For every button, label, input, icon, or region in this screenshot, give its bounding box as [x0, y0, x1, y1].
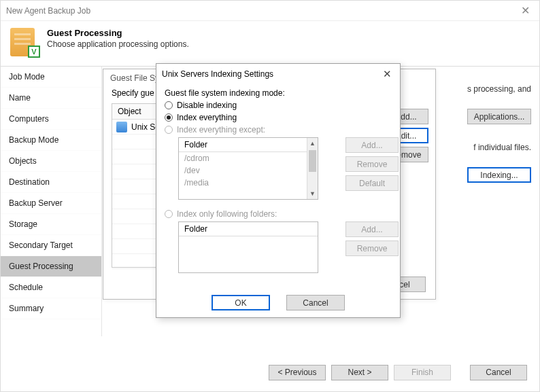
- radio-label: Disable indexing: [177, 101, 237, 110]
- description-fragment-2: f individual files.: [473, 143, 531, 152]
- cancel-button[interactable]: Cancel: [470, 365, 527, 380]
- close-icon[interactable]: ✕: [380, 68, 394, 80]
- radio-icon: [165, 101, 173, 109]
- sidebar-item-label: Summary: [9, 304, 44, 313]
- close-icon[interactable]: ✕: [517, 4, 534, 17]
- sidebar: Job Mode Name Computers Backup Mode Obje…: [1, 66, 101, 336]
- titlebar: New Agent Backup Job ✕: [1, 1, 539, 21]
- sidebar-item-name[interactable]: Name: [1, 88, 101, 109]
- scroll-down-icon[interactable]: ▼: [307, 188, 318, 199]
- sidebar-item-computers[interactable]: Computers: [1, 109, 101, 130]
- modal-cancel-button[interactable]: Cancel: [286, 295, 345, 310]
- modal-title: Unix Servers Indexing Settings: [162, 69, 380, 79]
- sidebar-item-objects[interactable]: Objects: [1, 151, 101, 172]
- header: V Guest Processing Choose application pr…: [1, 21, 539, 66]
- sidebar-item-label: Objects: [9, 156, 37, 166]
- next-button[interactable]: Next >: [331, 365, 388, 380]
- radio-index-except[interactable]: Index everything except:: [165, 125, 392, 135]
- list-item[interactable]: /media: [179, 177, 318, 189]
- indexing-settings-dialog: Unix Servers Indexing Settings ✕ Guest f…: [156, 63, 401, 318]
- badge-icon: V: [28, 46, 40, 58]
- applications-button[interactable]: Applications...: [467, 109, 531, 124]
- radio-label: Index only following folders:: [177, 209, 277, 219]
- only-remove-button: Remove: [345, 240, 399, 256]
- wizard-icon: V: [10, 28, 39, 56]
- sidebar-item-backup-server[interactable]: Backup Server: [1, 193, 101, 214]
- sidebar-item-label: Secondary Target: [9, 240, 73, 250]
- radio-index-only[interactable]: Index only following folders:: [165, 209, 392, 219]
- sidebar-item-label: Job Mode: [9, 72, 45, 82]
- sidebar-item-schedule[interactable]: Schedule: [1, 277, 101, 298]
- page-title: Guest Processing: [47, 28, 189, 38]
- finish-button: Finish: [394, 365, 451, 380]
- radio-icon: [165, 113, 173, 122]
- radio-label: Index everything except:: [177, 125, 265, 135]
- radio-icon: [165, 210, 173, 218]
- indexing-button[interactable]: Indexing...: [467, 167, 531, 183]
- only-folder-list: Folder: [178, 221, 318, 273]
- list-item[interactable]: /dev: [179, 164, 318, 177]
- list-header-folder[interactable]: Folder: [179, 222, 318, 236]
- scroll-thumb[interactable]: [309, 150, 316, 172]
- sidebar-item-destination[interactable]: Destination: [1, 172, 101, 193]
- except-folder-list: Folder /cdrom /dev /media ▲ ▼: [178, 137, 318, 200]
- radio-disable-indexing[interactable]: Disable indexing: [165, 101, 392, 110]
- server-icon: [116, 122, 127, 132]
- page-subtitle: Choose application processing options.: [47, 39, 189, 49]
- list-item[interactable]: /cdrom: [179, 152, 318, 164]
- scrollbar[interactable]: ▲ ▼: [307, 138, 318, 199]
- sidebar-item-label: Name: [9, 93, 31, 103]
- sidebar-item-label: Guest Processing: [9, 262, 73, 271]
- sidebar-item-job-mode[interactable]: Job Mode: [1, 67, 101, 88]
- modal-ok-button[interactable]: OK: [212, 295, 270, 310]
- sidebar-item-secondary-target[interactable]: Secondary Target: [1, 235, 101, 256]
- except-add-button: Add...: [345, 137, 399, 153]
- sidebar-item-label: Computers: [9, 114, 49, 124]
- previous-button[interactable]: < Previous: [269, 365, 326, 380]
- sidebar-item-label: Storage: [9, 219, 37, 229]
- except-default-button: Default: [345, 175, 399, 191]
- sidebar-item-label: Destination: [9, 177, 50, 187]
- radio-icon: [165, 126, 173, 134]
- sidebar-item-label: Schedule: [9, 283, 43, 292]
- sidebar-item-backup-mode[interactable]: Backup Mode: [1, 130, 101, 151]
- sidebar-item-guest-processing[interactable]: Guest Processing: [1, 256, 101, 277]
- sidebar-item-storage[interactable]: Storage: [1, 214, 101, 235]
- modal-titlebar: Unix Servers Indexing Settings ✕: [156, 64, 400, 84]
- radio-label: Index everything: [177, 113, 237, 122]
- scroll-up-icon[interactable]: ▲: [307, 138, 318, 149]
- radio-index-everything[interactable]: Index everything: [165, 113, 392, 122]
- indexing-mode-label: Guest file system indexing mode:: [165, 88, 392, 98]
- list-header-folder[interactable]: Folder: [179, 138, 318, 152]
- sidebar-item-summary[interactable]: Summary: [1, 298, 101, 319]
- description-fragment-1: s processing, and: [467, 84, 531, 94]
- only-add-button: Add...: [345, 221, 399, 237]
- wizard-footer: < Previous Next > Finish Cancel: [1, 353, 539, 391]
- sidebar-item-label: Backup Mode: [9, 135, 58, 145]
- main-window: New Agent Backup Job ✕ V Guest Processin…: [0, 0, 540, 392]
- window-title: New Agent Backup Job: [6, 6, 517, 16]
- except-remove-button: Remove: [345, 156, 399, 172]
- sidebar-item-label: Backup Server: [9, 198, 63, 208]
